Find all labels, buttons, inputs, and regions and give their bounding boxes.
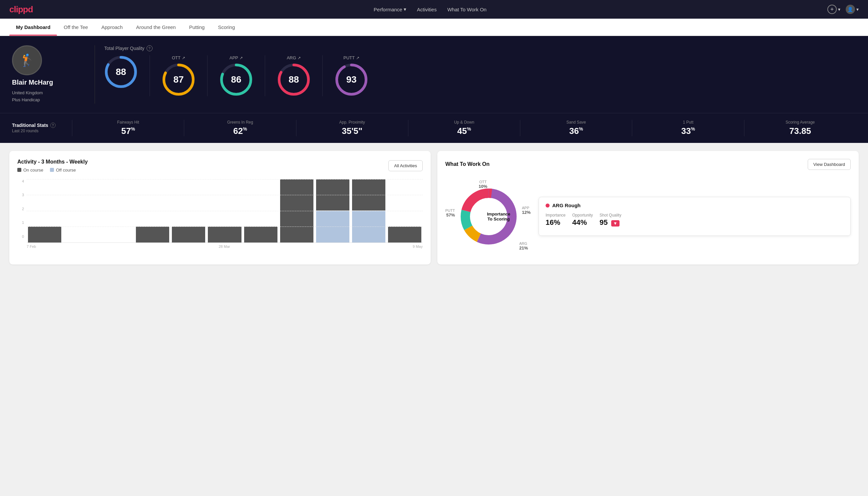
- view-dashboard-button[interactable]: View Dashboard: [808, 159, 851, 170]
- nav-performance[interactable]: Performance ▾: [374, 6, 406, 12]
- down-badge: ▼: [611, 220, 619, 227]
- chart-legend: On course Off course: [17, 168, 88, 173]
- score-label-app: APP ↗: [230, 55, 243, 60]
- stat-value: 73.85: [748, 126, 852, 136]
- brand-logo[interactable]: clippd: [9, 4, 33, 15]
- legend-on-course: On course: [17, 168, 43, 173]
- player-profile: 🏌 Blair McHarg United Kingdom Plus Handi…: [12, 45, 85, 104]
- score-app: APP ↗ 86: [207, 55, 265, 96]
- tab-putting[interactable]: Putting: [183, 19, 211, 35]
- grid-line: [27, 227, 423, 227]
- bottom-section: Activity - 3 Months - Weekly On course O…: [0, 143, 868, 273]
- x-label-may: 9 May: [413, 245, 423, 248]
- grid-line-bottom: [27, 243, 423, 243]
- donut-label-ott: OTT 10%: [479, 180, 487, 189]
- activity-chart-title: Activity - 3 Months - Weekly: [17, 159, 88, 165]
- score-total: 88: [104, 55, 150, 96]
- top-navigation: clippd Performance ▾ Activities What To …: [0, 0, 868, 19]
- all-activities-button[interactable]: All Activities: [388, 160, 423, 171]
- avatar: 👤: [846, 5, 855, 14]
- stat-app-proximity: App. Proximity 35'5": [296, 120, 408, 136]
- score-putt: PUTT ↗ 93: [323, 55, 380, 96]
- bar-chart: 4 3 2 1 0: [17, 179, 423, 248]
- donut-center-label: Importance To Scoring: [487, 212, 510, 221]
- stat-greens-in-reg: Greens In Reg 62%: [184, 120, 296, 136]
- stat-scoring-avg: Scoring Average 73.85: [744, 120, 856, 136]
- stat-up-and-down: Up & Down 45%: [408, 120, 520, 136]
- stat-value: 35'5": [300, 126, 404, 136]
- score-value-ott: 87: [173, 74, 184, 85]
- avatar: 🏌: [12, 45, 42, 75]
- metric-shot-quality: Shot Quality 95 ▼: [600, 213, 621, 227]
- tab-scoring[interactable]: Scoring: [211, 19, 241, 35]
- tpq-label: Total Player Quality ?: [104, 45, 856, 51]
- activity-card-left: Activity - 3 Months - Weekly On course O…: [17, 159, 88, 173]
- nav-right-controls: + ▾ 👤 ▾: [827, 5, 859, 14]
- grid-line: [27, 195, 423, 195]
- score-value-arg: 88: [288, 74, 299, 85]
- legend-dot-on: [17, 168, 21, 172]
- chart-grid: [27, 179, 423, 243]
- stat-value: 33%: [636, 126, 740, 136]
- stat-value: 36%: [524, 126, 628, 136]
- user-menu[interactable]: 👤 ▾: [846, 5, 859, 14]
- donut-section: Importance To Scoring PUTT 57% OTT 10% A…: [445, 176, 851, 257]
- x-label-feb: 7 Feb: [27, 245, 36, 248]
- score-label-ott: OTT ↗: [172, 55, 185, 60]
- score-ott: OTT ↗ 87: [150, 55, 207, 96]
- hero-stats: Total Player Quality ? 88: [104, 45, 856, 96]
- y-label-4: 4: [17, 179, 24, 183]
- circle-app: 86: [220, 63, 253, 96]
- grid-line: [27, 179, 423, 180]
- score-arg: ARG ↗ 88: [265, 55, 323, 96]
- tab-bar: My Dashboard Off the Tee Approach Around…: [0, 19, 868, 36]
- tab-off-the-tee[interactable]: Off the Tee: [57, 19, 95, 35]
- metric-opportunity: Opportunity 44%: [572, 213, 593, 227]
- donut-label-app: APP 12%: [522, 206, 531, 215]
- tab-approach[interactable]: Approach: [95, 19, 129, 35]
- score-label-putt: PUTT ↗: [343, 55, 359, 60]
- circle-arg: 88: [277, 63, 311, 96]
- metric-importance: Importance 16%: [546, 213, 566, 227]
- hero-section: 🏌 Blair McHarg United Kingdom Plus Handi…: [0, 36, 868, 113]
- nav-links: Performance ▾ Activities What To Work On: [374, 6, 487, 12]
- divider: [95, 45, 95, 104]
- donut-chart-wrap: Importance To Scoring PUTT 57% OTT 10% A…: [445, 176, 532, 257]
- arg-rough-info-card: ARG Rough Importance 16% Opportunity 44%…: [539, 197, 851, 236]
- help-icon-stats[interactable]: ?: [50, 123, 56, 128]
- grid-line: [27, 211, 423, 211]
- y-label-2: 2: [17, 207, 24, 211]
- circle-total: 88: [104, 55, 138, 89]
- activity-card: Activity - 3 Months - Weekly On course O…: [9, 151, 431, 264]
- tab-around-the-green[interactable]: Around the Green: [129, 19, 182, 35]
- info-card-title: ARG Rough: [546, 203, 844, 208]
- wtw-title: What To Work On: [445, 161, 490, 167]
- trad-stats-label: Traditional Stats ? Last 20 rounds: [12, 123, 72, 133]
- y-label-3: 3: [17, 193, 24, 197]
- add-button[interactable]: + ▾: [827, 5, 840, 14]
- legend-dot-off: [50, 168, 54, 172]
- x-axis: 7 Feb 28 Mar 9 May: [27, 243, 423, 248]
- player-name: Blair McHarg: [12, 79, 53, 86]
- stat-sand-save: Sand Save 36%: [520, 120, 632, 136]
- nav-what-to-work-on[interactable]: What To Work On: [447, 7, 487, 12]
- donut-label-putt: PUTT 57%: [445, 208, 455, 218]
- activity-card-header: Activity - 3 Months - Weekly On course O…: [17, 159, 423, 173]
- info-metrics: Importance 16% Opportunity 44% Shot Qual…: [546, 213, 844, 227]
- score-circles: 88 OTT ↗ 87: [104, 55, 856, 96]
- help-icon[interactable]: ?: [146, 45, 153, 51]
- player-info: United Kingdom Plus Handicap: [12, 90, 43, 104]
- tab-my-dashboard[interactable]: My Dashboard: [9, 19, 57, 35]
- traditional-stats: Traditional Stats ? Last 20 rounds Fairw…: [0, 113, 868, 143]
- score-value-app: 86: [231, 74, 241, 85]
- donut-center-line1: Importance: [487, 212, 510, 217]
- score-label-arg: ARG ↗: [287, 55, 301, 60]
- info-dot: [546, 203, 550, 207]
- score-value-putt: 93: [346, 74, 357, 85]
- score-value-total: 88: [115, 67, 126, 77]
- wtw-card-header: What To Work On View Dashboard: [445, 159, 851, 170]
- chart-body: [27, 179, 423, 243]
- circle-putt: 93: [335, 63, 368, 96]
- stat-value: 62%: [188, 126, 292, 136]
- nav-activities[interactable]: Activities: [417, 7, 437, 12]
